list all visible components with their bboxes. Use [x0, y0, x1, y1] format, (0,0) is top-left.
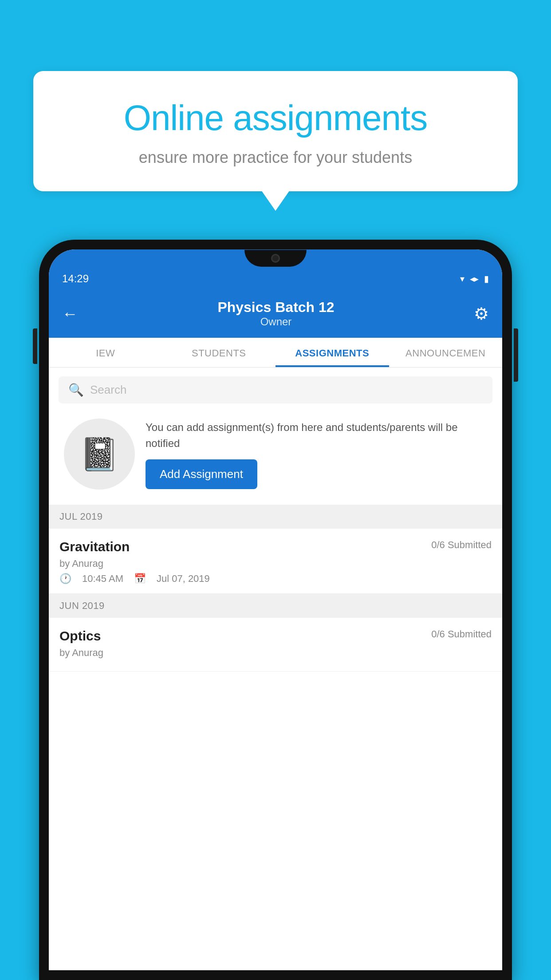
- app-header: ← Physics Batch 12 Owner ⚙: [49, 290, 502, 338]
- bubble-subtitle: ensure more practice for your students: [64, 148, 487, 167]
- promo-icon-circle: 📓: [64, 419, 135, 490]
- search-placeholder: Search: [90, 383, 126, 397]
- submitted-badge: 0/6 Submitted: [431, 539, 492, 551]
- notch-bar: [49, 249, 502, 267]
- tab-iew[interactable]: IEW: [49, 338, 162, 367]
- calendar-icon: 📅: [134, 573, 146, 585]
- month-separator-jul: JUL 2019: [49, 505, 502, 529]
- search-icon: 🔍: [68, 383, 84, 397]
- header-title-group: Physics Batch 12 Owner: [217, 299, 334, 328]
- assignment-optics-top: Optics 0/6 Submitted: [59, 628, 492, 644]
- assignment-author: by Anurag: [59, 558, 492, 569]
- tab-announcements[interactable]: ANNOUNCEMEN: [389, 338, 503, 367]
- assignment-name: Gravitation: [59, 539, 130, 554]
- status-bar: 14:29 ▾ ◂▸ ▮: [49, 267, 502, 290]
- battery-icon: ▮: [484, 273, 489, 284]
- camera-notch: [244, 250, 307, 267]
- assignment-optics-name: Optics: [59, 628, 101, 644]
- assignment-optics-submitted: 0/6 Submitted: [431, 628, 492, 640]
- bubble-title: Online assignments: [64, 98, 487, 138]
- assignment-time-date: 🕐 10:45 AM 📅 Jul 07, 2019: [59, 573, 492, 585]
- wifi-icon: ▾: [460, 273, 464, 284]
- search-bar[interactable]: 🔍 Search: [59, 376, 492, 403]
- month-separator-jun: JUN 2019: [49, 594, 502, 618]
- assignment-optics-author: by Anurag: [59, 647, 492, 659]
- signal-icon: ◂▸: [470, 273, 479, 284]
- camera-dot: [271, 254, 280, 263]
- tab-bar: IEW STUDENTS ASSIGNMENTS ANNOUNCEMEN: [49, 338, 502, 368]
- assignment-date: Jul 07, 2019: [157, 573, 210, 585]
- status-time: 14:29: [62, 273, 89, 285]
- promo-card: 📓 You can add assignment(s) from here an…: [59, 411, 492, 498]
- phone-screen: 14:29 ▾ ◂▸ ▮ ← Physics Batch 12 Owner ⚙ …: [49, 249, 502, 970]
- assignment-optics[interactable]: Optics 0/6 Submitted by Anurag: [49, 618, 502, 672]
- phone-frame: 14:29 ▾ ◂▸ ▮ ← Physics Batch 12 Owner ⚙ …: [39, 240, 512, 980]
- notebook-icon: 📓: [79, 435, 119, 473]
- owner-label: Owner: [217, 316, 334, 328]
- batch-name: Physics Batch 12: [217, 299, 334, 316]
- tab-assignments[interactable]: ASSIGNMENTS: [276, 338, 389, 367]
- tab-students[interactable]: STUDENTS: [162, 338, 276, 367]
- assignment-top: Gravitation 0/6 Submitted: [59, 539, 492, 554]
- promo-content: You can add assignment(s) from here and …: [146, 419, 487, 489]
- back-button[interactable]: ←: [62, 304, 78, 323]
- speech-bubble-card: Online assignments ensure more practice …: [33, 71, 518, 191]
- promo-description: You can add assignment(s) from here and …: [146, 419, 487, 451]
- assignment-gravitation[interactable]: Gravitation 0/6 Submitted by Anurag 🕐 10…: [49, 529, 502, 594]
- clock-icon: 🕐: [59, 573, 71, 585]
- status-icons: ▾ ◂▸ ▮: [460, 273, 489, 284]
- settings-icon[interactable]: ⚙: [474, 304, 489, 324]
- content-area: 🔍 Search 📓 You can add assignment(s) fro…: [49, 368, 502, 672]
- add-assignment-button[interactable]: Add Assignment: [146, 459, 257, 489]
- assignment-time: 10:45 AM: [82, 573, 123, 585]
